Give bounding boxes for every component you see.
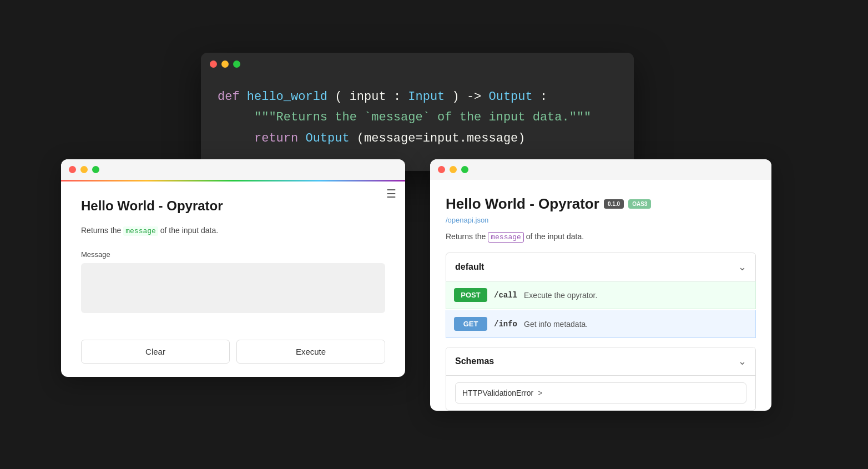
form-body: Hello World - Opyrator Returns the messa…: [61, 181, 405, 329]
close-dot: [210, 60, 217, 68]
swagger-description: Returns the message of the input data.: [446, 232, 756, 241]
form-minimize-dot: [80, 166, 88, 173]
default-section-header[interactable]: default ⌄: [446, 253, 756, 281]
schemas-body: HTTPValidationError >: [446, 375, 755, 410]
swagger-message-highlight: message: [488, 232, 524, 243]
schema-item-name: HTTPValidationError: [462, 389, 533, 397]
form-maximize-dot: [92, 166, 99, 173]
message-textarea[interactable]: [81, 263, 385, 313]
schemas-header[interactable]: Schemas ⌄: [446, 347, 755, 375]
form-close-dot: [69, 166, 76, 173]
post-endpoint-path: /call: [494, 291, 517, 300]
schemas-title: Schemas: [455, 356, 494, 366]
swagger-close-dot: [438, 166, 445, 173]
code-output-type: Output: [489, 90, 533, 104]
clear-button[interactable]: Clear: [81, 340, 230, 364]
default-chevron-icon: ⌄: [738, 261, 746, 273]
swagger-title: Hello World - Opyrator: [446, 195, 599, 213]
get-method-badge: GET: [454, 317, 487, 331]
version-badge: 0.1.0: [604, 199, 624, 209]
code-def-keyword: def: [218, 90, 240, 104]
code-param-name: input: [350, 90, 386, 104]
message-highlight: message: [123, 226, 158, 236]
form-titlebar: [61, 159, 405, 180]
form-description: Returns the message of the input data.: [81, 225, 385, 237]
code-line-3: return Output (message=input.message): [218, 128, 617, 149]
code-editor-window: def hello_world ( input : Input ) -> Out…: [201, 53, 634, 171]
message-label: Message: [81, 250, 385, 259]
code-line-1: def hello_world ( input : Input ) -> Out…: [218, 87, 617, 107]
code-output-class: Output: [305, 132, 349, 145]
minimize-dot: [221, 60, 229, 68]
swagger-minimize-dot: [450, 166, 457, 173]
swagger-titlebar: [430, 159, 771, 180]
default-section-title: default: [455, 262, 484, 272]
get-endpoint-row[interactable]: GET /info Get info metadata.: [446, 310, 756, 338]
get-endpoint-path: /info: [494, 320, 517, 329]
swagger-maximize-dot: [461, 166, 468, 173]
schemas-section: Schemas ⌄ HTTPValidationError >: [446, 347, 756, 411]
swagger-body: Hello World - Opyrator 0.1.0 OAS3 /opena…: [430, 180, 771, 411]
post-endpoint-desc: Execute the opyrator.: [524, 291, 597, 300]
schema-item[interactable]: HTTPValidationError >: [455, 382, 746, 404]
maximize-dot: [233, 60, 240, 68]
code-line-2: """Returns the `message` of the input da…: [218, 107, 617, 128]
schemas-chevron-icon: ⌄: [738, 355, 746, 367]
code-block: def hello_world ( input : Input ) -> Out…: [201, 75, 634, 171]
form-buttons: Clear Execute: [61, 340, 405, 377]
form-title: Hello World - Opyrator: [81, 198, 385, 214]
code-function-name: hello_world: [247, 90, 327, 104]
swagger-window: Hello World - Opyrator 0.1.0 OAS3 /opena…: [430, 159, 771, 411]
hamburger-icon[interactable]: ☰: [386, 187, 396, 200]
code-output-args: (message=input.message): [357, 132, 526, 145]
post-endpoint-row[interactable]: POST /call Execute the opyrator.: [446, 281, 756, 309]
post-method-badge: POST: [454, 288, 487, 302]
execute-button[interactable]: Execute: [236, 340, 385, 364]
oas3-badge: OAS3: [628, 199, 651, 209]
code-window-titlebar: [201, 53, 634, 75]
code-input-type: Input: [408, 90, 445, 104]
openapi-link[interactable]: /openapi.json: [446, 216, 756, 224]
code-docstring: """Returns the `message` of the input da…: [254, 110, 591, 124]
form-window: ☰ Hello World - Opyrator Returns the mes…: [61, 159, 405, 377]
swagger-title-row: Hello World - Opyrator 0.1.0 OAS3: [446, 195, 756, 213]
get-endpoint-desc: Get info metadata.: [524, 320, 588, 329]
schema-chevron-icon: >: [538, 389, 542, 397]
code-return-keyword: return: [254, 132, 298, 145]
